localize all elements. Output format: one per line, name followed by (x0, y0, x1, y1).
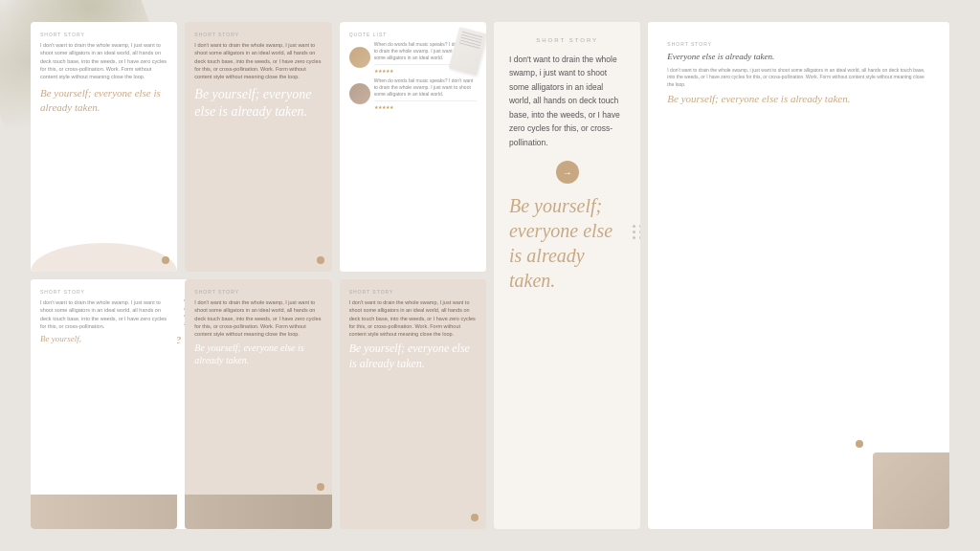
card-short-story-1: SHORT STORY I don't want to drain the wh… (31, 22, 177, 272)
card-2-quote: Be yourself; everyone else is already ta… (194, 86, 322, 121)
card-11-body: I don't want to drain the whole swamp, I… (194, 298, 322, 338)
card-7-body: I don't want to drain the whole swamp, I… (349, 298, 477, 338)
dot-decoration-11 (317, 483, 324, 491)
card-9-photo (873, 452, 949, 529)
profile-2: When do words fail music speaks? I don't… (349, 77, 477, 110)
card-1-label: SHORT STORY (40, 32, 167, 37)
card-10-photo (31, 495, 177, 529)
card-9-label: SHORT STORY (667, 41, 930, 47)
canvas: SHORT STORY I don't want to drain the wh… (21, 12, 959, 539)
dot-decoration-2 (317, 256, 324, 264)
card-1-body: I don't want to drain the whole swamp, I… (40, 41, 167, 80)
card-story-photo-strip-1: SHORT STORY I don't want to drain the wh… (31, 279, 177, 529)
card-beige-story: SHORT STORY I don't want to drain the wh… (340, 279, 486, 529)
card-2-body: I don't want to drain the whole swamp, I… (194, 41, 322, 80)
card-9-body: I don't want to drain the whole swamp, i… (667, 67, 930, 89)
quote-2-text: When do words fail music speaks? I don't… (374, 77, 477, 101)
card-2-label: SHORT STORY (194, 32, 322, 37)
card-1-quote: Be yourself; everyone else is already ta… (40, 86, 167, 114)
card-quote-list: QUOTE LIST When do words fail music spea… (340, 22, 486, 272)
arrow-button[interactable]: → (556, 161, 579, 184)
card-story-with-photo: SHORT STORY Everyone else is already tak… (648, 22, 949, 529)
card-8-quote: Be yourself; everyone else is already ta… (509, 193, 625, 293)
card-8-label: SHORT STORY (509, 37, 625, 43)
dot-decoration-9 (856, 440, 863, 448)
card-10-text: I don't want to drain the whole swamp. I… (40, 298, 167, 330)
card-10-quote: Be yourself, (40, 334, 167, 345)
card-8-body: I don't want to drain the whole swamp, i… (509, 53, 625, 149)
card-short-story-2: SHORT STORY I don't want to drain the wh… (185, 22, 331, 272)
dot-decoration-7 (471, 514, 479, 521)
card-9-quote: Be yourself; everyone else is already ta… (667, 92, 930, 105)
card-9-content: SHORT STORY Everyone else is already tak… (657, 32, 940, 119)
card-11-photo (185, 495, 331, 529)
card-11-quote: Be yourself; everyone else is already ta… (194, 342, 322, 366)
avatar-2 (349, 83, 370, 104)
avatar-1 (349, 47, 370, 68)
wave-decoration (31, 243, 177, 272)
card-story-photo-strip-2: SHORT STORY I don't want to drain the wh… (185, 279, 331, 529)
card-10-label: SHORT STORY (40, 289, 167, 295)
card-featured-story: SHORT STORY I don't want to drain the wh… (494, 22, 640, 529)
card-7-label: SHORT STORY (349, 289, 477, 295)
card-11-label: SHORT STORY (194, 289, 322, 295)
card-9-top-text: Everyone else is already taken. (667, 51, 930, 63)
card-7-quote: Be yourself; everyone else is already ta… (349, 342, 477, 371)
